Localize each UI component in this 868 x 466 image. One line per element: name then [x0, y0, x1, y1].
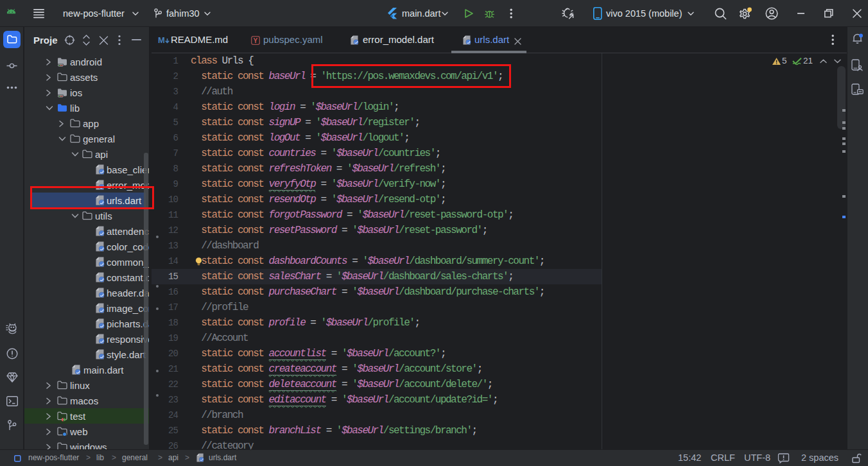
svg-text:Y: Y: [254, 37, 258, 44]
svg-text:M: M: [158, 35, 165, 45]
